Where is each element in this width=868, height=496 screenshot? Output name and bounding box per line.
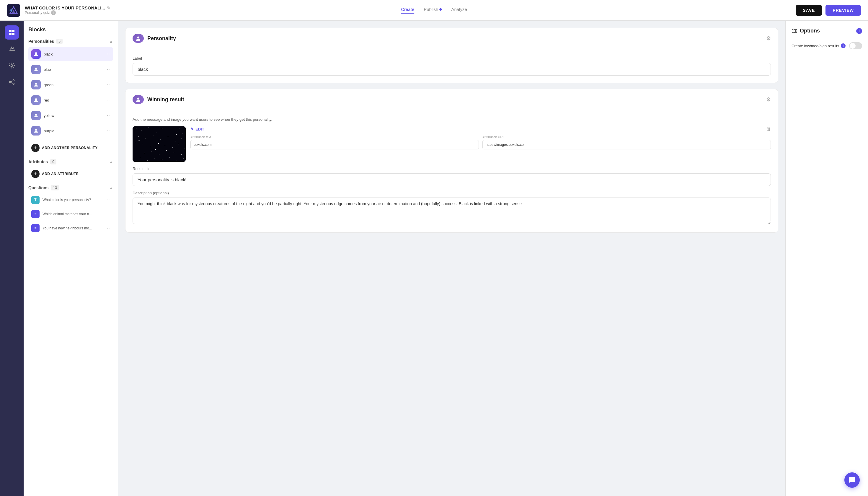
page-subtitle: Personality quiz i (25, 10, 110, 15)
edit-title-icon[interactable]: ✎ (107, 5, 110, 10)
tab-analyze[interactable]: Analyze (451, 7, 467, 14)
questions-chevron[interactable]: ▲ (109, 185, 113, 190)
svg-rect-4 (9, 30, 12, 32)
personality-label-input[interactable] (133, 63, 771, 76)
question-text-3: You have new neighbours mo... (43, 226, 92, 230)
svg-point-40 (143, 144, 143, 144)
description-input[interactable] (133, 198, 771, 224)
attribution-url-field: Attribution URL (482, 135, 771, 150)
personality-menu-green[interactable]: ··· (105, 82, 110, 88)
svg-point-55 (140, 157, 140, 158)
personality-item-black[interactable]: black ··· (28, 47, 113, 61)
main-layout: Blocks Personalities 6 ▲ black ··· (0, 21, 868, 496)
low-med-high-toggle[interactable] (849, 42, 862, 49)
svg-point-46 (184, 148, 184, 149)
add-attribute-button[interactable]: + ADD AN ATTRIBUTE (28, 167, 113, 181)
personality-icon-pill (133, 34, 144, 43)
winning-result-gear-icon[interactable]: ⚙ (766, 96, 771, 103)
icon-sidebar (0, 21, 24, 496)
sidebar-item-share[interactable] (5, 75, 19, 89)
personalities-chevron[interactable]: ▲ (109, 39, 113, 44)
label-field-label: Label (133, 56, 771, 61)
attributes-chevron[interactable]: ▲ (109, 159, 113, 164)
preview-button[interactable]: PREVIEW (825, 5, 861, 16)
personality-item-blue[interactable]: blue ··· (28, 62, 113, 76)
personality-item-green[interactable]: green ··· (28, 78, 113, 92)
chat-button[interactable] (844, 472, 860, 488)
edit-image-button[interactable]: ✎ EDIT (190, 127, 204, 131)
personality-item-purple[interactable]: purple ··· (28, 124, 113, 138)
main-content: Personality ⚙ Label Winni (118, 21, 785, 496)
svg-point-63 (155, 149, 156, 150)
question-item-2[interactable]: ≡ Which animal matches your n... ··· (28, 207, 113, 220)
sidebar-item-settings[interactable] (5, 59, 19, 73)
person-icon-2 (136, 97, 141, 102)
svg-point-48 (144, 153, 145, 153)
image-details: ✎ EDIT 🗑 Attribution text Attribut (190, 126, 771, 150)
page-title-text: WHAT COLOR IS YOUR PERSONALI... (25, 5, 105, 10)
svg-point-39 (135, 142, 135, 143)
question-text-1: What color is your personality? (43, 198, 91, 202)
options-info-button[interactable]: i (856, 28, 862, 34)
personality-menu-black[interactable]: ··· (105, 51, 110, 57)
svg-point-62 (139, 140, 140, 141)
option-row-low-med-high: Create low/med/high results i (792, 40, 862, 52)
question-menu-3[interactable]: ··· (105, 226, 110, 231)
attribution-url-input[interactable] (482, 140, 771, 150)
winning-result-card-title: Winning result (147, 96, 184, 103)
subtitle-info-icon[interactable]: i (51, 10, 56, 15)
toggle-knob (850, 43, 856, 49)
result-title-label: Result title (133, 167, 771, 171)
delete-image-button[interactable]: 🗑 (766, 126, 771, 132)
result-image (133, 126, 186, 162)
svg-point-70 (793, 32, 794, 33)
personality-item-yellow[interactable]: yellow ··· (28, 108, 113, 123)
question-item-3[interactable]: ≡ You have new neighbours mo... ··· (28, 222, 113, 235)
option-info-icon[interactable]: i (841, 43, 846, 48)
personality-card-title: Personality (147, 35, 176, 42)
personality-menu-yellow[interactable]: ··· (105, 113, 110, 118)
attribution-text-field: Attribution text (190, 135, 479, 150)
personality-menu-blue[interactable]: ··· (105, 67, 110, 72)
settings-icon (9, 62, 15, 69)
tab-create[interactable]: Create (401, 7, 414, 14)
logo-area[interactable] (7, 4, 20, 17)
publish-dot (439, 8, 442, 11)
svg-point-22 (137, 98, 139, 100)
personality-avatar-purple (31, 126, 41, 136)
chat-icon (849, 477, 856, 484)
options-title-text: Options (800, 28, 820, 34)
personality-list: black ··· blue ··· (28, 47, 113, 138)
svg-point-59 (169, 157, 170, 158)
save-button[interactable]: SAVE (796, 5, 822, 16)
questions-section-header[interactable]: Questions 13 ▲ (28, 185, 113, 190)
attributes-section-header[interactable]: Attributes 0 ▲ (28, 159, 113, 165)
personality-menu-purple[interactable]: ··· (105, 128, 110, 134)
svg-point-19 (35, 114, 37, 115)
result-title-input[interactable] (133, 173, 771, 186)
options-title: Options (792, 28, 820, 34)
svg-point-54 (134, 158, 134, 159)
sidebar-item-blocks[interactable] (5, 26, 19, 40)
svg-point-38 (181, 138, 182, 138)
add-personality-button[interactable]: + ADD ANOTHER PERSONALITY (28, 141, 113, 154)
share-icon (9, 79, 15, 85)
question-menu-1[interactable]: ··· (105, 197, 110, 203)
tab-publish[interactable]: Publish (424, 7, 442, 14)
svg-point-16 (35, 67, 37, 69)
svg-point-61 (183, 158, 184, 158)
svg-point-47 (137, 150, 137, 150)
blocks-icon (9, 29, 15, 36)
svg-point-53 (181, 154, 182, 155)
svg-point-10 (13, 80, 14, 81)
personality-item-red[interactable]: red ··· (28, 93, 113, 107)
svg-point-20 (35, 129, 37, 131)
personality-gear-icon[interactable]: ⚙ (766, 35, 771, 42)
personalities-section-header[interactable]: Personalities 6 ▲ (28, 39, 113, 44)
attribution-text-input[interactable] (190, 140, 479, 150)
personality-menu-red[interactable]: ··· (105, 97, 110, 103)
svg-rect-7 (12, 33, 14, 35)
sidebar-item-style[interactable] (5, 42, 19, 56)
question-menu-2[interactable]: ··· (105, 212, 110, 217)
question-item-1[interactable]: T What color is your personality? ··· (28, 193, 113, 206)
